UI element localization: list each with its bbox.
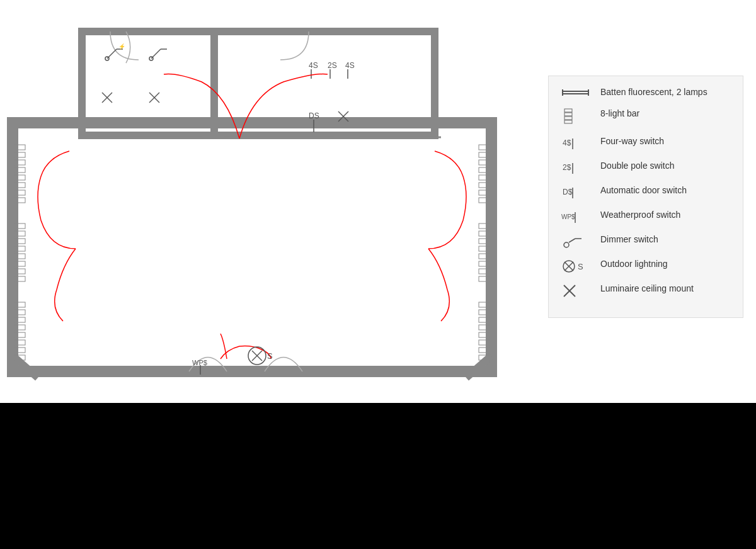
legend-label-outdoor-lightning: Outdoor lightning	[600, 258, 730, 269]
svg-text:⚡: ⚡	[118, 43, 126, 50]
svg-text:D$: D$	[563, 188, 573, 196]
legend-symbol-outdoor-lightning: S	[561, 258, 593, 274]
legend-item-8-light-bar: 8-light bar	[561, 108, 730, 127]
legend-label-batten-fluorescent: Batten fluorescent, 2 lamps	[600, 86, 730, 98]
svg-text:S: S	[578, 262, 583, 271]
svg-text:WP$: WP$	[192, 359, 207, 366]
svg-rect-94	[564, 120, 572, 123]
legend-item-automatic-door-switch: D$ Automatic door switch	[561, 184, 730, 200]
svg-text:S: S	[267, 351, 273, 361]
svg-rect-0	[0, 0, 517, 403]
svg-text:4$: 4$	[563, 139, 571, 147]
legend-label-weatherproof-switch: Weatherproof switch	[600, 209, 730, 220]
legend-symbol-dimmer-switch	[561, 234, 593, 249]
legend-label-automatic-door-switch: Automatic door switch	[600, 184, 730, 196]
svg-text:2S: 2S	[328, 61, 337, 70]
legend-symbol-luminaire-ceiling-mount	[561, 283, 593, 298]
legend-symbol-batten-fluorescent	[561, 86, 593, 99]
legend-label-luminaire-ceiling-mount: Luminaire ceiling mount	[600, 283, 730, 294]
legend-symbol-double-pole-switch: 2$	[561, 160, 593, 176]
svg-text:4S: 4S	[309, 61, 318, 70]
svg-line-104	[569, 239, 575, 242]
legend-item-four-way-switch: 4$ Four-way switch	[561, 135, 730, 151]
legend-item-weatherproof-switch: WP$ Weatherproof switch	[561, 209, 730, 225]
black-bar	[0, 403, 756, 549]
legend-label-8-light-bar: 8-light bar	[600, 108, 730, 119]
svg-text:2$: 2$	[563, 163, 571, 172]
legend-label-dimmer-switch: Dimmer switch	[600, 234, 730, 245]
legend-panel: Batten fluorescent, 2 lamps 8-light bar …	[548, 76, 743, 318]
svg-text:DS: DS	[309, 111, 319, 120]
legend-item-luminaire-ceiling-mount: Luminaire ceiling mount	[561, 283, 730, 298]
legend-symbol-automatic-door-switch: D$	[561, 184, 593, 200]
legend-item-double-pole-switch: 2$ Double pole switch	[561, 160, 730, 176]
legend-item-batten-fluorescent: Batten fluorescent, 2 lamps	[561, 86, 730, 99]
legend-label-double-pole-switch: Double pole switch	[600, 160, 730, 171]
legend-item-outdoor-lightning: S Outdoor lightning	[561, 258, 730, 274]
svg-rect-92	[564, 113, 572, 116]
legend-symbol-weatherproof-switch: WP$	[561, 209, 593, 225]
legend-label-four-way-switch: Four-way switch	[600, 135, 730, 147]
svg-text:WP$: WP$	[561, 213, 575, 220]
svg-text:4S: 4S	[345, 61, 355, 70]
legend-symbol-8-light-bar	[561, 108, 593, 127]
svg-rect-91	[564, 109, 572, 112]
legend-symbol-four-way-switch: 4$	[561, 135, 593, 151]
svg-rect-93	[564, 116, 572, 120]
svg-point-103	[564, 242, 569, 247]
legend-item-dimmer-switch: Dimmer switch	[561, 234, 730, 249]
